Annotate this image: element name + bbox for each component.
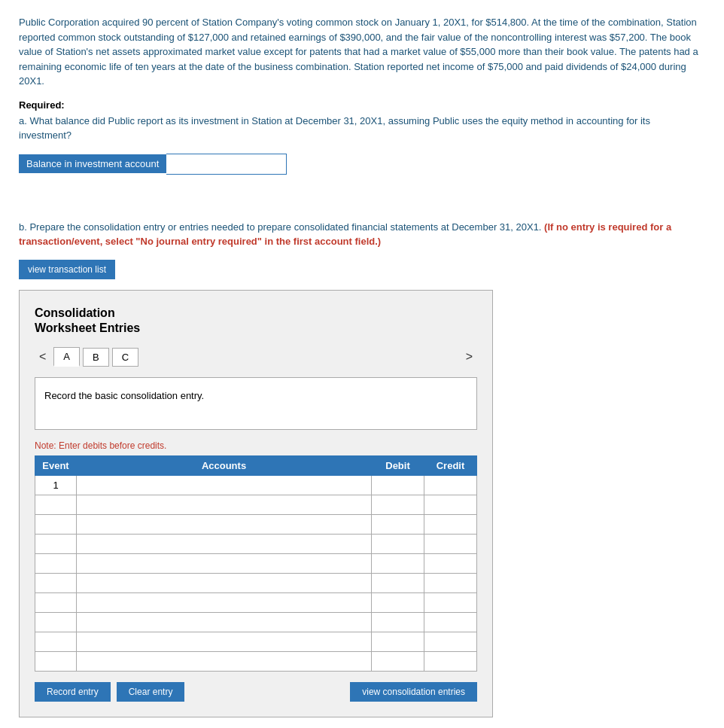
credit-input[interactable] [424, 515, 476, 534]
intro-paragraph: Public Corporation acquired 90 percent o… [19, 15, 705, 89]
event-cell [35, 554, 77, 574]
event-cell [35, 515, 77, 535]
credit-input[interactable] [424, 613, 476, 632]
credit-input[interactable] [424, 652, 476, 671]
credit-input[interactable] [424, 632, 476, 651]
debit-input[interactable] [372, 515, 424, 534]
event-cell [35, 535, 77, 554]
debit-input[interactable] [372, 535, 424, 553]
debit-input[interactable] [372, 495, 424, 514]
credit-cell [424, 535, 477, 554]
event-input[interactable] [37, 614, 75, 630]
debit-input[interactable] [372, 632, 424, 651]
debit-input[interactable] [372, 613, 424, 632]
view-transaction-button[interactable]: view transaction list [19, 260, 115, 279]
tab-b[interactable]: B [83, 348, 109, 367]
debit-input[interactable] [372, 593, 424, 612]
debit-cell [372, 535, 424, 554]
credit-cell [424, 574, 477, 593]
tab-c[interactable]: C [112, 348, 138, 367]
credit-input[interactable] [424, 476, 476, 495]
debit-cell [372, 593, 424, 613]
event-cell [35, 652, 77, 672]
account-cell [77, 476, 372, 495]
credit-cell [424, 652, 477, 672]
account-cell [77, 593, 372, 613]
credit-cell [424, 476, 477, 495]
account-cell [77, 613, 372, 632]
account-input[interactable] [77, 476, 371, 495]
event-input[interactable] [37, 516, 75, 532]
credit-cell [424, 554, 477, 574]
entry-table: Event Accounts Debit Credit 1 [35, 455, 477, 672]
table-row [35, 652, 477, 672]
event-cell [35, 495, 77, 515]
event-cell [35, 593, 77, 613]
credit-input[interactable] [424, 535, 476, 553]
event-input[interactable] [37, 595, 75, 611]
worksheet-container: Consolidation Worksheet Entries < A B C … [19, 290, 493, 718]
debit-cell [372, 652, 424, 672]
event-input[interactable] [37, 634, 75, 650]
account-cell [77, 515, 372, 535]
credit-cell [424, 515, 477, 535]
account-input[interactable] [77, 632, 371, 651]
account-input[interactable] [77, 535, 371, 553]
debit-cell [372, 476, 424, 495]
instruction-box: Record the basic consolidation entry. [35, 377, 477, 430]
debit-input[interactable] [372, 476, 424, 495]
debit-input[interactable] [372, 574, 424, 592]
credit-input[interactable] [424, 593, 476, 612]
view-consolidation-button[interactable]: view consolidation entries [350, 682, 477, 702]
credit-cell [424, 593, 477, 613]
table-row [35, 515, 477, 535]
balance-row: Balance in investment account [19, 154, 705, 175]
col-header-credit: Credit [424, 456, 477, 476]
account-input[interactable] [77, 495, 371, 514]
record-entry-button[interactable]: Record entry [35, 682, 111, 702]
debit-input[interactable] [372, 652, 424, 671]
account-input[interactable] [77, 515, 371, 534]
debit-cell [372, 515, 424, 535]
required-label: Required: [19, 99, 705, 111]
credit-input[interactable] [424, 554, 476, 573]
table-row [35, 593, 477, 613]
col-header-event: Event [35, 456, 77, 476]
part-b-text: b. Prepare the consolidation entry or en… [19, 220, 705, 249]
debit-input[interactable] [372, 554, 424, 573]
balance-label: Balance in investment account [19, 154, 166, 173]
nav-left-arrow[interactable]: < [35, 349, 50, 365]
nav-right-arrow[interactable]: > [461, 349, 477, 365]
table-row [35, 495, 477, 515]
credit-input[interactable] [424, 574, 476, 592]
debit-cell [372, 554, 424, 574]
credit-cell [424, 632, 477, 652]
account-input[interactable] [77, 613, 371, 632]
table-row [35, 554, 477, 574]
event-cell: 1 [35, 476, 77, 495]
bottom-buttons: Record entry Clear entry view consolidat… [35, 682, 477, 702]
tab-a[interactable]: A [53, 347, 80, 367]
event-input[interactable] [37, 556, 75, 571]
worksheet-title: Consolidation Worksheet Entries [35, 306, 477, 337]
account-input[interactable] [77, 652, 371, 671]
account-cell [77, 554, 372, 574]
event-cell [35, 574, 77, 593]
event-cell [35, 613, 77, 632]
account-input[interactable] [77, 574, 371, 592]
event-input[interactable] [37, 575, 75, 591]
table-row [35, 535, 477, 554]
event-input[interactable] [37, 536, 75, 552]
account-input[interactable] [77, 593, 371, 612]
debit-cell [372, 632, 424, 652]
account-cell [77, 632, 372, 652]
account-input[interactable] [77, 554, 371, 573]
clear-entry-button[interactable]: Clear entry [117, 682, 185, 702]
balance-input[interactable] [166, 154, 287, 175]
table-row: 1 [35, 476, 477, 495]
event-input[interactable] [37, 497, 75, 513]
col-header-accounts: Accounts [77, 456, 372, 476]
credit-input[interactable] [424, 495, 476, 514]
event-input[interactable] [37, 653, 75, 669]
table-row [35, 632, 477, 652]
